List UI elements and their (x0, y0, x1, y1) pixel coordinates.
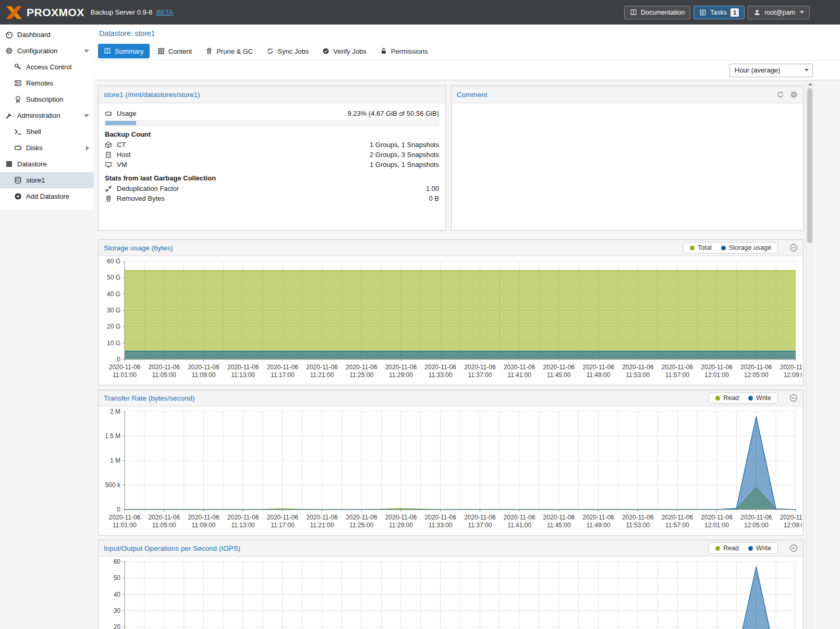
sidebar-item-remotes[interactable]: Remotes (0, 75, 94, 91)
backup-count-row-ct-label: CT (117, 141, 126, 149)
chart-legend: ReadWrite (709, 392, 778, 404)
backup-count-row-vm-value: 1 Groups, 1 Snapshots (370, 161, 439, 168)
user-icon (753, 9, 761, 16)
reload-icon[interactable] (776, 91, 784, 99)
tab-verify-jobs[interactable]: Verify Jobs (316, 44, 372, 58)
svg-text:2020-11-06: 2020-11-06 (464, 364, 496, 371)
tab-prune-gc[interactable]: Prune & GC (200, 44, 259, 58)
disks-expander-icon[interactable] (86, 146, 89, 151)
svg-text:2020-11-06: 2020-11-06 (504, 364, 535, 371)
svg-text:11:05:00: 11:05:00 (152, 522, 176, 529)
sidebar-item-configuration[interactable]: Configuration (0, 43, 94, 59)
legend-item-total[interactable]: Total (690, 244, 711, 251)
proxmox-logo: PROXMOX (5, 4, 84, 21)
sidebar-item-shell[interactable]: Shell (0, 124, 94, 140)
vertical-scrollbar[interactable] (806, 80, 814, 629)
tab-summary[interactable]: Summary (98, 44, 150, 58)
sidebar-item-administration[interactable]: Administration (0, 107, 94, 124)
sidebar-item-label: Subscription (26, 95, 64, 103)
sidebar-item-disks[interactable]: Disks (0, 140, 94, 156)
host-icon (105, 151, 112, 159)
svg-text:11:53:00: 11:53:00 (626, 522, 650, 529)
collapse-panel-icon[interactable] (789, 244, 798, 252)
trash-icon (105, 195, 112, 202)
legend-label: Read (723, 394, 739, 402)
legend-item-write[interactable]: Write (748, 394, 771, 402)
svg-text:2020-11-06: 2020-11-06 (543, 514, 575, 521)
gc-row-dedup-factor: Deduplication Factor1.00 (105, 184, 439, 193)
svg-text:11:01:00: 11:01:00 (113, 522, 137, 529)
svg-text:2020-11-06: 2020-11-06 (582, 514, 614, 521)
backup-count-row-host-value: 2 Groups, 3 Snapshots (370, 151, 439, 159)
sidebar-item-subscription[interactable]: Subscription (0, 91, 94, 107)
scroll-up-arrow[interactable] (806, 80, 814, 88)
timeframe-select[interactable]: Hour (average) (729, 64, 813, 77)
svg-text:11:21:00: 11:21:00 (310, 522, 334, 529)
legend-item-read[interactable]: Read (715, 394, 739, 402)
backup-count-row-ct-value: 1 Groups, 1 Snapshots (370, 141, 439, 149)
legend-dot (748, 396, 753, 401)
legend-item-read[interactable]: Read (715, 545, 739, 552)
svg-text:11:33:00: 11:33:00 (429, 522, 453, 529)
sidebar-item-add-datastore[interactable]: Add Datastore (0, 188, 94, 204)
collapse-panel-icon[interactable] (789, 544, 798, 552)
sidebar-item-label: Disks (26, 144, 43, 152)
legend-item-write[interactable]: Write (748, 545, 771, 552)
configuration-expander-icon[interactable] (84, 50, 89, 53)
tab-label: Sync Jobs (277, 47, 309, 55)
tasks-button[interactable]: Tasks 1 (693, 6, 745, 19)
administration-expander-icon[interactable] (84, 114, 89, 117)
toolbar: Hour (average) (94, 61, 840, 80)
svg-text:12:09:00: 12:09:00 (784, 522, 802, 529)
svg-text:11:17:00: 11:17:00 (271, 371, 295, 379)
svg-text:0: 0 (117, 506, 120, 513)
svg-text:2020-11-06: 2020-11-06 (464, 514, 496, 521)
chart-title-transfer-rate: Transfer Rate (bytes/second) (104, 394, 194, 402)
book-icon (104, 47, 111, 55)
datastore-status-panel: store1 (/mnt/datastores/store1) Usage9.2… (98, 86, 446, 231)
svg-text:12:01:00: 12:01:00 (704, 522, 729, 529)
tab-content[interactable]: Content (152, 44, 198, 58)
svg-text:11:13:00: 11:13:00 (231, 522, 255, 529)
chart-title-storage-usage: Storage usage (bytes) (104, 244, 173, 252)
timeframe-selected-value: Hour (average) (735, 66, 780, 74)
svg-text:2020-11-06: 2020-11-06 (424, 364, 456, 371)
svg-text:12:05:00: 12:05:00 (744, 371, 769, 379)
proxmox-logo-icon (5, 4, 23, 21)
sidebar-item-store1[interactable]: store1 (0, 172, 94, 188)
compress-icon (105, 185, 112, 192)
sidebar-item-datastore[interactable]: Datastore (0, 156, 94, 172)
usage-progress-bar (105, 120, 439, 126)
tab-label: Summary (115, 47, 144, 55)
user-menu-button[interactable]: root@pam (748, 6, 810, 19)
hdd-icon (105, 110, 112, 117)
legend-label: Total (698, 244, 711, 251)
svg-text:11:21:00: 11:21:00 (310, 371, 334, 379)
chart-storage-usage: 010 G20 G30 G40 G50 G60 G2020-11-0611:01… (100, 258, 802, 383)
documentation-button[interactable]: Documentation (624, 6, 690, 19)
scrollbar-thumb[interactable] (807, 88, 812, 243)
collapse-panel-icon[interactable] (789, 394, 798, 402)
svg-text:11:41:00: 11:41:00 (507, 522, 531, 529)
svg-text:2020-11-06: 2020-11-06 (188, 364, 220, 371)
svg-text:11:09:00: 11:09:00 (191, 522, 215, 529)
beta-link[interactable]: BETA (156, 8, 173, 16)
vm-icon (105, 161, 112, 168)
tab-permissions[interactable]: Permissions (374, 44, 434, 58)
comment-panel-header: Comment (452, 86, 803, 103)
comment-panel-tools (776, 91, 798, 99)
legend-item-storage-usage[interactable]: Storage usage (721, 244, 771, 251)
svg-text:2020-11-06: 2020-11-06 (109, 514, 141, 521)
sidebar-item-access-control[interactable]: Access Control (0, 59, 94, 75)
top-panels-row: store1 (/mnt/datastores/store1) Usage9.2… (98, 86, 804, 231)
svg-text:2020-11-06: 2020-11-06 (582, 364, 614, 371)
gear-icon[interactable] (790, 91, 798, 99)
svg-text:2020-11-06: 2020-11-06 (424, 514, 456, 521)
svg-text:2020-11-06: 2020-11-06 (504, 514, 535, 521)
gc-row-removed-bytes-label: Removed Bytes (117, 195, 165, 202)
svg-text:11:57:00: 11:57:00 (665, 522, 689, 529)
tab-sync-jobs[interactable]: Sync Jobs (261, 44, 314, 58)
sidebar-item-label: Dashboard (17, 31, 51, 39)
sidebar-item-dashboard[interactable]: Dashboard (0, 27, 94, 43)
svg-text:2020-11-06: 2020-11-06 (622, 514, 654, 521)
